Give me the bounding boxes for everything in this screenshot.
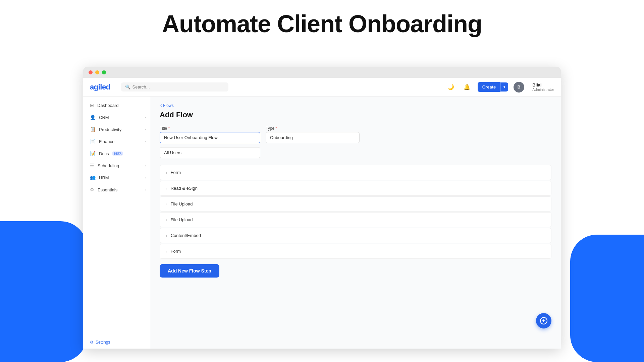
- scheduling-icon: ☰: [90, 163, 94, 168]
- users-field: All Users Specific Users User Groups: [160, 147, 260, 158]
- search-icon: 🔍: [125, 84, 130, 89]
- chevron-icon: ›: [145, 188, 146, 192]
- crm-icon: 👤: [90, 115, 96, 120]
- chevron-icon: ›: [145, 176, 146, 180]
- dot-yellow[interactable]: [95, 70, 99, 74]
- form-row-title-type: Title * Type * Onboarding Offboarding Cu…: [160, 126, 551, 143]
- sidebar-item-label: Dashboard: [97, 103, 119, 108]
- sidebar: ⊞ Dashboard 👤 CRM › 📋 Productivity › 📄 F…: [83, 97, 150, 349]
- search-bar[interactable]: 🔍: [121, 82, 228, 92]
- settings-icon: ⚙: [90, 340, 94, 345]
- flow-step-2[interactable]: › File Upload: [160, 196, 551, 212]
- page-title: Add Flow: [160, 111, 551, 119]
- step-label: Form: [171, 249, 181, 254]
- docs-badge: Beta: [112, 152, 123, 156]
- title-input[interactable]: [160, 132, 260, 143]
- type-label: Type *: [266, 126, 360, 131]
- step-label: File Upload: [171, 201, 193, 206]
- step-label: Content/Embed: [171, 233, 201, 238]
- type-field: Type * Onboarding Offboarding Custom: [266, 126, 360, 143]
- settings-label: Settings: [96, 340, 110, 345]
- users-select[interactable]: All Users Specific Users User Groups: [160, 147, 260, 158]
- step-label: Form: [171, 170, 181, 175]
- dot-green[interactable]: [102, 70, 106, 74]
- fab-icon: [540, 317, 547, 324]
- page-headline: Automate Client Onboarding: [0, 0, 644, 48]
- sidebar-item-scheduling[interactable]: ☰ Scheduling ›: [83, 160, 150, 172]
- dot-red[interactable]: [89, 70, 93, 74]
- sidebar-item-dashboard[interactable]: ⊞ Dashboard: [83, 99, 150, 111]
- form-row-users: All Users Specific Users User Groups: [160, 147, 551, 158]
- title-label: Title *: [160, 126, 260, 131]
- avatar: B: [514, 82, 524, 93]
- sidebar-item-crm[interactable]: 👤 CRM ›: [83, 111, 150, 123]
- title-field: Title *: [160, 126, 260, 143]
- sidebar-item-hrm[interactable]: 👥 HRM ›: [83, 172, 150, 184]
- sidebar-item-label: Finance: [99, 139, 114, 144]
- chevron-icon: ›: [145, 139, 146, 143]
- step-chevron: ›: [166, 218, 167, 222]
- sidebar-item-label: Scheduling: [98, 163, 119, 168]
- sidebar-item-label: Essentials: [98, 187, 117, 192]
- step-chevron: ›: [166, 186, 167, 190]
- notification-icon[interactable]: 🔔: [462, 82, 472, 93]
- browser-chrome: [83, 67, 561, 78]
- sidebar-item-label: CRM: [99, 115, 109, 120]
- chevron-icon: ›: [145, 127, 146, 131]
- flow-step-0[interactable]: › Form: [160, 165, 551, 180]
- flow-steps: › Form › Read & eSign › File Upload › Fi…: [160, 165, 551, 259]
- top-nav: agiled 🔍 🌙 🔔 Create ▾ B Bilal Administra…: [83, 78, 561, 97]
- flow-step-4[interactable]: › Content/Embed: [160, 228, 551, 243]
- logo[interactable]: agiled: [90, 83, 110, 92]
- step-label: Read & eSign: [171, 186, 198, 191]
- browser-window: agiled 🔍 🌙 🔔 Create ▾ B Bilal Administra…: [83, 67, 561, 349]
- add-flow-step-button[interactable]: Add New Flow Step: [160, 264, 219, 278]
- sidebar-item-label: HRM: [99, 175, 109, 180]
- sidebar-item-productivity[interactable]: 📋 Productivity ›: [83, 123, 150, 135]
- user-role: Administrator: [532, 87, 554, 92]
- productivity-icon: 📋: [90, 127, 96, 132]
- step-chevron: ›: [166, 171, 167, 175]
- flow-step-5[interactable]: › Form: [160, 244, 551, 259]
- step-chevron: ›: [166, 234, 167, 238]
- user-info: Bilal Administrator: [532, 82, 554, 92]
- blue-blob-right: [570, 235, 644, 362]
- user-name: Bilal: [532, 82, 554, 87]
- main-content: Flows Add Flow Title * Type * Onboarding…: [150, 97, 561, 349]
- sidebar-item-docs[interactable]: 📝 Docs Beta: [83, 147, 150, 160]
- flow-step-3[interactable]: › File Upload: [160, 212, 551, 227]
- sidebar-item-label: Docs: [99, 151, 109, 156]
- create-dropdown-button[interactable]: ▾: [500, 82, 508, 92]
- essentials-icon: ⚙: [90, 187, 94, 192]
- chevron-icon: ›: [145, 115, 146, 119]
- nav-top-area: agiled 🔍 🌙 🔔 Create ▾ B Bilal Administra…: [83, 78, 561, 349]
- settings-link[interactable]: ⚙ Settings: [83, 336, 150, 349]
- step-chevron: ›: [166, 249, 167, 253]
- step-chevron: ›: [166, 202, 167, 206]
- chevron-icon: ›: [145, 164, 146, 168]
- flow-step-1[interactable]: › Read & eSign: [160, 181, 551, 196]
- dashboard-icon: ⊞: [90, 103, 94, 108]
- sidebar-item-finance[interactable]: 📄 Finance ›: [83, 135, 150, 147]
- finance-icon: 📄: [90, 139, 96, 144]
- sidebar-item-essentials[interactable]: ⚙ Essentials ›: [83, 184, 150, 196]
- docs-icon: 📝: [90, 151, 96, 156]
- create-button[interactable]: Create: [478, 82, 500, 92]
- create-group: Create ▾: [478, 82, 508, 92]
- blue-blob-left: [0, 221, 87, 362]
- sidebar-item-label: Productivity: [99, 127, 121, 132]
- app-layout: ⊞ Dashboard 👤 CRM › 📋 Productivity › 📄 F…: [83, 97, 561, 349]
- fab-button[interactable]: [536, 313, 551, 328]
- hrm-icon: 👥: [90, 175, 96, 180]
- search-input[interactable]: [132, 84, 224, 89]
- breadcrumb[interactable]: Flows: [160, 103, 551, 108]
- step-label: File Upload: [171, 217, 193, 222]
- type-select[interactable]: Onboarding Offboarding Custom: [266, 132, 360, 143]
- moon-icon[interactable]: 🌙: [445, 82, 456, 93]
